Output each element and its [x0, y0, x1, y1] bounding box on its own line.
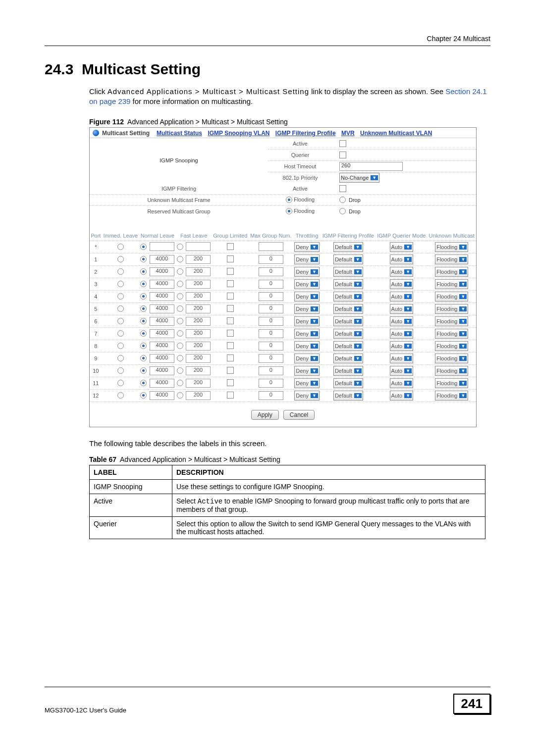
nav-multicast-status[interactable]: Multicast Status [157, 130, 202, 137]
group-limited-checkbox[interactable] [227, 379, 234, 386]
group-limited-checkbox[interactable] [227, 342, 234, 349]
max-group-num-input[interactable]: 0 [259, 329, 283, 338]
fast-leave-input[interactable]: 200 [186, 255, 211, 264]
immed-leave-radio[interactable] [117, 330, 124, 337]
normal-leave-input[interactable]: 4000 [150, 292, 174, 301]
rmg-flooding-radio[interactable] [286, 208, 292, 214]
max-group-num-input[interactable]: 0 [259, 342, 283, 351]
immed-leave-radio[interactable] [117, 392, 124, 399]
igmp-querier-mode-select[interactable]: Auto▼ [390, 279, 414, 289]
group-limited-checkbox[interactable] [227, 354, 234, 361]
fast-leave-input[interactable]: 200 [186, 292, 211, 301]
fast-leave-radio[interactable] [177, 355, 183, 361]
max-group-num-input[interactable]: 0 [259, 379, 283, 388]
normal-leave-radio[interactable] [140, 367, 147, 374]
throttling-select[interactable]: Deny▼ [294, 366, 320, 376]
normal-leave-radio[interactable] [140, 268, 147, 275]
igmp-querier-mode-select[interactable]: Auto▼ [390, 366, 414, 376]
throttling-select[interactable]: Deny▼ [294, 267, 320, 277]
normal-leave-input[interactable]: 4000 [150, 267, 174, 276]
throttling-select[interactable]: Deny▼ [294, 292, 320, 302]
fast-leave-radio[interactable] [177, 330, 183, 337]
throttling-select[interactable]: Deny▼ [294, 304, 320, 314]
normal-leave-radio[interactable] [140, 305, 147, 312]
immed-leave-radio[interactable] [117, 256, 124, 262]
normal-leave-radio[interactable] [140, 293, 147, 300]
fast-leave-input[interactable]: 200 [186, 329, 211, 338]
group-limited-checkbox[interactable] [227, 330, 234, 337]
normal-leave-radio[interactable] [140, 318, 147, 324]
group-limited-checkbox[interactable] [227, 392, 234, 399]
igmp-filtering-profile-select[interactable]: Default▼ [333, 316, 363, 326]
unknown-multicast-select[interactable]: Flooding▼ [435, 242, 468, 252]
unknown-multicast-select[interactable]: Flooding▼ [435, 292, 468, 302]
fast-leave-input[interactable]: 200 [186, 391, 211, 400]
unknown-multicast-select[interactable]: Flooding▼ [435, 366, 468, 376]
throttling-select[interactable]: Deny▼ [294, 378, 320, 388]
igmp-querier-mode-select[interactable]: Auto▼ [390, 341, 414, 351]
group-limited-checkbox[interactable] [227, 243, 234, 250]
igmp-querier-mode-select[interactable]: Auto▼ [390, 353, 414, 363]
normal-leave-radio[interactable] [140, 355, 147, 361]
unknown-multicast-select[interactable]: Flooding▼ [435, 279, 468, 289]
unknown-multicast-select[interactable]: Flooding▼ [435, 329, 468, 339]
fast-leave-input[interactable]: 200 [186, 342, 211, 351]
igmp-querier-mode-select[interactable]: Auto▼ [390, 292, 414, 302]
immed-leave-radio[interactable] [117, 268, 124, 275]
throttling-select[interactable]: Deny▼ [294, 353, 320, 363]
max-group-num-input[interactable] [259, 242, 283, 251]
igmp-querier-mode-select[interactable]: Auto▼ [390, 391, 414, 401]
group-limited-checkbox[interactable] [227, 317, 234, 324]
unknown-multicast-select[interactable]: Flooding▼ [435, 378, 468, 388]
rmg-drop-radio[interactable] [339, 208, 346, 214]
throttling-select[interactable]: Deny▼ [294, 242, 320, 252]
active-checkbox[interactable] [339, 140, 346, 147]
normal-leave-radio[interactable] [140, 244, 147, 250]
immed-leave-radio[interactable] [117, 367, 124, 374]
max-group-num-input[interactable]: 0 [259, 255, 283, 264]
unknown-multicast-select[interactable]: Flooding▼ [435, 254, 468, 264]
fast-leave-input[interactable]: 200 [186, 280, 211, 289]
immed-leave-radio[interactable] [117, 343, 124, 349]
fast-leave-input[interactable] [186, 242, 211, 251]
unknown-multicast-select[interactable]: Flooding▼ [435, 267, 468, 277]
normal-leave-input[interactable]: 4000 [150, 329, 174, 338]
igmp-filtering-profile-select[interactable]: Default▼ [333, 391, 363, 401]
normal-leave-input[interactable]: 4000 [150, 342, 174, 351]
nav-mvr[interactable]: MVR [341, 130, 355, 137]
normal-leave-radio[interactable] [140, 392, 147, 399]
normal-leave-input[interactable] [150, 242, 174, 251]
immed-leave-radio[interactable] [117, 380, 124, 386]
max-group-num-input[interactable]: 0 [259, 366, 283, 375]
normal-leave-radio[interactable] [140, 343, 147, 349]
group-limited-checkbox[interactable] [227, 255, 234, 262]
max-group-num-input[interactable]: 0 [259, 391, 283, 400]
igmp-querier-mode-select[interactable]: Auto▼ [390, 242, 414, 252]
fast-leave-radio[interactable] [177, 318, 183, 324]
igmp-querier-mode-select[interactable]: Auto▼ [390, 304, 414, 314]
igmp-filtering-profile-select[interactable]: Default▼ [333, 329, 363, 339]
unknown-multicast-select[interactable]: Flooding▼ [435, 391, 468, 401]
group-limited-checkbox[interactable] [227, 268, 234, 275]
igmp-querier-mode-select[interactable]: Auto▼ [390, 329, 414, 339]
normal-leave-input[interactable]: 4000 [150, 304, 174, 313]
group-limited-checkbox[interactable] [227, 280, 234, 287]
max-group-num-input[interactable]: 0 [259, 292, 283, 301]
fast-leave-radio[interactable] [177, 343, 183, 349]
querier-checkbox[interactable] [339, 151, 346, 158]
umf-flooding-radio[interactable] [286, 197, 292, 203]
immed-leave-radio[interactable] [117, 244, 124, 250]
immed-leave-radio[interactable] [117, 305, 124, 312]
max-group-num-input[interactable]: 0 [259, 280, 283, 289]
apply-button[interactable]: Apply [251, 410, 279, 420]
throttling-select[interactable]: Deny▼ [294, 341, 320, 351]
unknown-multicast-select[interactable]: Flooding▼ [435, 353, 468, 363]
immed-leave-radio[interactable] [117, 318, 124, 324]
cancel-button[interactable]: Cancel [283, 410, 315, 420]
igmp-filtering-profile-select[interactable]: Default▼ [333, 378, 363, 388]
fast-leave-radio[interactable] [177, 367, 183, 374]
max-group-num-input[interactable]: 0 [259, 354, 283, 363]
fast-leave-radio[interactable] [177, 281, 183, 287]
normal-leave-radio[interactable] [140, 256, 147, 262]
igmp-filtering-profile-select[interactable]: Default▼ [333, 279, 363, 289]
